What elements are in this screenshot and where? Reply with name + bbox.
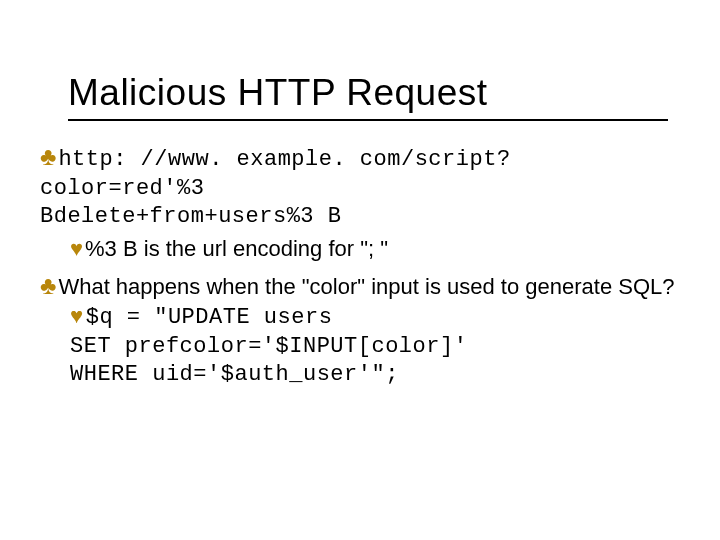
club-icon: ♣ [40,271,56,299]
bullet-2: ♣What happens when the "color" input is … [40,269,680,302]
title-underline [68,119,668,121]
bullet-1-sub-text: %3 B is the url encoding for "; " [85,236,388,261]
url-line-2: Bdelete+from+users%3 B [40,203,680,232]
bullet-1: ♣http: //www. example. com/script? color… [40,140,680,203]
club-icon: ♣ [40,142,56,170]
code-line-2: SET prefcolor='$INPUT[color]' [70,333,680,362]
url-line-1: http: //www. example. com/script? color=… [40,147,511,201]
code-line-3: WHERE uid='$auth_user'"; [70,361,680,390]
heart-icon: ♥ [70,305,84,330]
bullet-1-sub: ♥%3 B is the url encoding for "; " [70,232,680,270]
slide: Malicious HTTP Request ♣http: //www. exa… [0,0,720,540]
code-block: ♥$q = "UPDATE users SET prefcolor='$INPU… [70,302,680,390]
slide-title: Malicious HTTP Request [68,72,488,114]
slide-body: ♣http: //www. example. com/script? color… [40,140,680,390]
heart-icon: ♥ [70,236,83,261]
bullet-2-text: What happens when the "color" input is u… [58,274,674,299]
code-line-1: $q = "UPDATE users [86,305,333,330]
